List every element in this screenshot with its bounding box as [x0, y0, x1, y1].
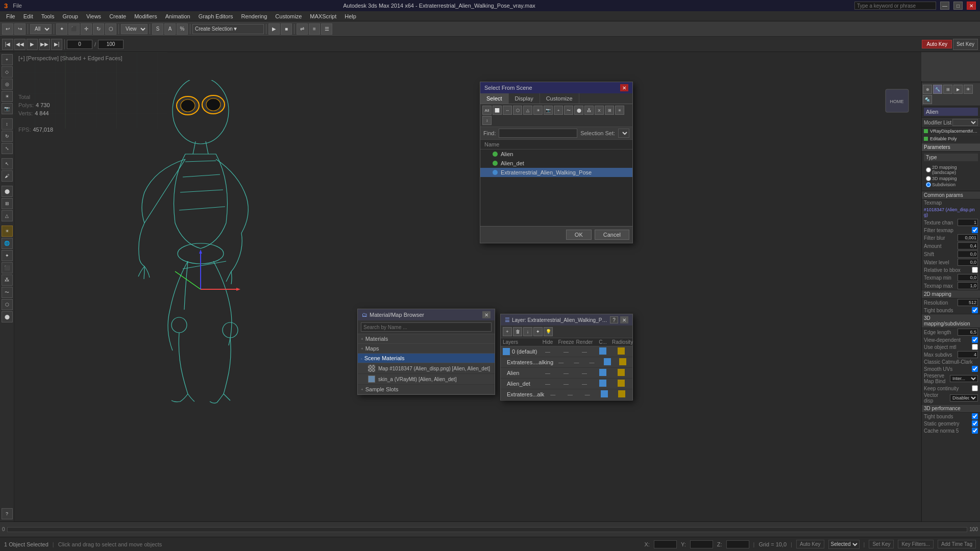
auto-key-btn[interactable]: Auto Key — [922, 40, 952, 48]
z-coord-input[interactable] — [726, 540, 749, 548]
layer-row-alien[interactable]: Alien — — — — [501, 368, 632, 379]
menu-help[interactable]: Help — [340, 12, 360, 20]
modifier-editable-poly[interactable]: Editable Poly — [922, 135, 980, 143]
panel-create-btn[interactable]: ⊕ — [923, 85, 932, 94]
set-key-status-btn[interactable]: Set Key — [869, 540, 894, 548]
dlg-light-btn[interactable]: ☀ — [533, 106, 543, 115]
material-browser-close[interactable]: ✕ — [482, 311, 491, 318]
dlg-bone-btn[interactable]: ⬤ — [574, 106, 583, 115]
dlg-warp-btn[interactable]: 〜 — [564, 106, 573, 115]
move-btn[interactable]: ✛ — [81, 23, 92, 35]
vector-disp-dropdown[interactable]: Disabled — [950, 394, 978, 402]
tab-select[interactable]: Select — [480, 93, 509, 104]
toolbar-redo[interactable]: ↪ — [14, 23, 26, 35]
materials-section[interactable]: + Materials — [358, 334, 495, 344]
menu-modifiers[interactable]: Modifiers — [130, 12, 161, 20]
water-level-input[interactable] — [958, 259, 978, 266]
timeline-slider[interactable] — [7, 527, 968, 532]
panel-display-btn[interactable]: 👁 — [964, 85, 973, 94]
layer-color-box-1[interactable] — [604, 358, 611, 365]
deform-tool[interactable]: ⬛ — [2, 262, 13, 273]
menu-graph-editors[interactable]: Graph Editors — [194, 12, 237, 20]
y-coord-input[interactable] — [690, 540, 713, 548]
maximize-btn[interactable]: □ — [953, 2, 963, 10]
menu-group[interactable]: Group — [58, 12, 82, 20]
camera-tool[interactable]: 📷 — [2, 103, 13, 114]
edge-length-input[interactable] — [958, 329, 978, 336]
effect-tool[interactable]: ✦ — [2, 250, 13, 261]
sample-slots-section[interactable]: + Sample Slots — [358, 385, 495, 394]
layer-radiosity-box-2[interactable] — [618, 369, 625, 376]
dialog-cancel-btn[interactable]: Cancel — [595, 230, 629, 240]
add-time-tag-btn[interactable]: Add Time Tag — [938, 540, 976, 548]
layer-row-alien-det[interactable]: Alien_det — — — — [501, 379, 632, 389]
layer-color-box-3[interactable] — [599, 380, 606, 387]
set-key-btn[interactable]: Set Key — [953, 39, 978, 50]
viewport[interactable]: [+] [Perspective] [Shaded + Edged Faces]… — [14, 52, 921, 521]
anim-time-input[interactable] — [67, 40, 92, 49]
dlg-sort-btn[interactable]: ↕ — [482, 116, 492, 125]
tight-bounds2-check[interactable] — [972, 413, 978, 419]
lights-tool[interactable]: ☀ — [2, 91, 13, 102]
list-item-alien[interactable]: Alien — [480, 149, 632, 159]
bone-tool[interactable]: ⬤ — [2, 186, 13, 197]
layer-color-box-4[interactable] — [601, 390, 608, 397]
panel-modify-btn[interactable]: 🔧 — [933, 85, 942, 94]
spinner-snap-btn[interactable]: % — [177, 23, 188, 35]
dlg-container-btn[interactable]: ⊞ — [605, 106, 614, 115]
modifier-list-dropdown[interactable] — [952, 119, 978, 126]
info-tool[interactable]: ? — [2, 508, 13, 519]
global-search[interactable] — [854, 2, 936, 10]
panel-motion-btn[interactable]: ▶ — [953, 85, 963, 94]
layers-help-btn[interactable]: ? — [610, 316, 618, 323]
layer-row-default[interactable]: 0 (default) — — — — [501, 346, 632, 357]
keep-continuity-check[interactable] — [972, 385, 978, 391]
resolution-input[interactable] — [958, 299, 978, 306]
tab-customize[interactable]: Customize — [540, 93, 579, 104]
mirror-btn[interactable]: ⇌ — [297, 23, 308, 35]
view-dropdown[interactable]: View — [121, 24, 148, 34]
menu-edit[interactable]: Edit — [19, 12, 37, 20]
dlg-shape-btn[interactable]: △ — [523, 106, 532, 115]
modifier-vray-disp[interactable]: VRayDisplacementMod — [922, 128, 980, 135]
create-tool[interactable]: + — [2, 54, 13, 65]
layer-radiosity-btn-0[interactable] — [618, 347, 625, 355]
layer-highlight-btn[interactable]: 💡 — [544, 327, 553, 336]
select-scene-close-btn[interactable]: ✕ — [620, 84, 628, 91]
layer-radiosity-box-1[interactable] — [619, 358, 626, 365]
layer-radiosity-box-4[interactable] — [618, 390, 625, 397]
close-btn[interactable]: ✕ — [967, 2, 976, 10]
layers-btn[interactable]: ☰ — [321, 23, 332, 35]
env-tool[interactable]: 🌐 — [2, 238, 13, 249]
menu-animation[interactable]: Animation — [161, 12, 194, 20]
paint-tool[interactable]: 🖌 — [2, 170, 13, 182]
menu-file[interactable]: File — [2, 12, 19, 20]
scale-tool[interactable]: ⤡ — [2, 143, 13, 154]
scene-materials-section[interactable]: - Scene Materials — [358, 354, 495, 363]
max-subdivs-input[interactable] — [958, 351, 978, 358]
scale-btn[interactable]: ⬡ — [105, 23, 116, 35]
layer-add-sel-btn[interactable]: ↓ — [523, 327, 532, 336]
helper-tool[interactable]: △ — [2, 210, 13, 221]
shift-input[interactable] — [958, 251, 978, 258]
panel-utilities-btn[interactable]: 🔩 — [923, 95, 932, 104]
layer-radiosity-box-3[interactable] — [618, 380, 625, 387]
texmap-min-input[interactable] — [958, 274, 978, 281]
align-btn[interactable]: ≡ — [309, 23, 320, 35]
selection-input[interactable] — [192, 24, 264, 34]
dlg-xref-btn[interactable]: X — [595, 106, 604, 115]
nurbs-tool[interactable]: ⬤ — [2, 311, 13, 322]
menu-tools[interactable]: Tools — [37, 12, 59, 20]
dlg-geo-btn[interactable]: ⬡ — [513, 106, 522, 115]
angle-snap-btn[interactable]: A — [164, 23, 176, 35]
cache-normals-check[interactable] — [972, 428, 978, 434]
snaps-btn[interactable]: S — [152, 23, 163, 35]
anim-prev-frame[interactable]: ◀◀ — [14, 39, 26, 50]
spline-tool[interactable]: 〜 — [2, 287, 13, 298]
tight-bounds-check[interactable] — [972, 307, 978, 313]
anim-end-input[interactable] — [98, 40, 124, 49]
particle-tool[interactable]: ⁂ — [2, 274, 13, 286]
key-filters-btn[interactable]: Key Filters... — [898, 540, 934, 548]
dlg-helper-btn[interactable]: + — [554, 106, 563, 115]
select-btn[interactable]: ✦ — [56, 23, 67, 35]
